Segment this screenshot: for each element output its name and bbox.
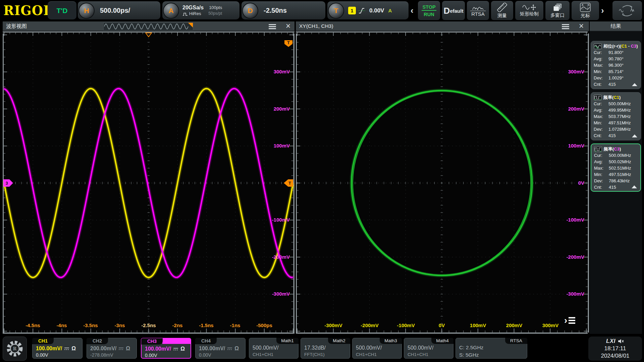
xy-x-tick: 0V [427, 322, 457, 328]
stat-label: Cur: [594, 101, 608, 108]
x-tick: -2ns [162, 322, 193, 328]
stop-run-button[interactable]: STOP RUN [418, 1, 440, 20]
stat-label: Max: [594, 114, 608, 120]
ch1-scale: 100.00mV/ [36, 346, 62, 352]
channel-3-tab[interactable]: CH3 [141, 338, 163, 345]
measure-button[interactable]: 测量 [491, 1, 513, 20]
mode-cycle-icon [618, 3, 637, 18]
card-suffix: ) [620, 146, 621, 152]
math4-card[interactable]: Math4 500.00mV/ CH1+CH1 [404, 338, 453, 359]
multi-window-button[interactable]: 多窗口 [545, 1, 570, 20]
xy-y-tick: 100mV [568, 143, 584, 148]
cursor-button[interactable]: A B 光标 [572, 1, 599, 20]
channel-1-card[interactable]: CH1 100.00mV/ Ω 0.00V [32, 338, 83, 359]
rect-draw-button[interactable]: 矩形绘制 [515, 1, 543, 20]
math1-card[interactable]: Math1 500.00mV/ CH1+CH1 [249, 338, 299, 359]
channel-2-card[interactable]: CH2 200.00mV/ Ω -278.08mV [87, 338, 137, 359]
horizontal-knob[interactable]: H [78, 3, 95, 19]
stat-value: 500.00MHz [608, 101, 631, 108]
card-expand-icon[interactable] [632, 134, 637, 137]
x-tick: -1ns [220, 322, 250, 328]
xy-menu-icon[interactable] [562, 24, 569, 29]
collapse-toolbar-left-icon[interactable]: ‹ [411, 5, 414, 16]
measurement-card-phase[interactable]: 相位(r-r)(C1 - C3) Cur:91.800° Avg:90.780°… [591, 41, 641, 89]
xy-view-header[interactable]: XY(CH1, CH3) × [296, 21, 589, 32]
math2-card[interactable]: Math2 17.32dB/ FFT(CH1) [301, 338, 350, 359]
card-src1: C1 [621, 44, 627, 49]
mode-switch-button[interactable] [612, 1, 642, 20]
rtsa-card[interactable]: RTSA C: 2.5GHz S: 5GHz [455, 338, 527, 359]
channel-4-card[interactable]: CH4 100.00mV/ Ω 0.00V [195, 338, 246, 359]
rtsa-tab[interactable]: RTSA [505, 338, 527, 344]
stat-label: Dev: [594, 75, 608, 82]
system-date: 2024/08/01 [601, 352, 629, 360]
rtsa-label: RTSA [470, 11, 486, 17]
delay-tile[interactable]: D -2.50ns [241, 1, 325, 19]
x-tick: -3ns [105, 322, 135, 328]
rtsa-button[interactable]: RTSA [467, 1, 489, 20]
xy-x-tick: -100mV [391, 322, 421, 328]
dc-coupling-icon [173, 347, 178, 351]
utility-menu-button[interactable]: R [3, 337, 27, 361]
y-tick: 200mV [274, 106, 290, 112]
system-status-tile[interactable]: LXI 18:17:11 2024/08/01 [588, 337, 642, 361]
results-collapse-icon[interactable]: › [564, 316, 575, 324]
measurement-card-freq-c3[interactable]: 频率(C3) Cur:500.00MHz Avg:500.02MHz Max:5… [591, 143, 641, 192]
phase-measure-icon [594, 43, 602, 49]
top-bar: RIGOL T'D H 500.00ps/ A 20GSa/s HiRes 10… [0, 0, 644, 21]
waveform-close-icon[interactable]: × [284, 21, 292, 31]
stat-value: 91.800° [608, 50, 624, 56]
xy-x-tick: 300mV [535, 322, 566, 328]
card-expand-icon[interactable] [632, 83, 637, 86]
svg-text:T: T [287, 40, 290, 45]
ruler-icon [497, 3, 507, 12]
default-setup-button[interactable]: D efault [442, 1, 465, 20]
math2-expr: FFT(CH1) [304, 352, 325, 357]
math4-tab[interactable]: Math4 [431, 338, 453, 344]
stat-value: 415 [609, 185, 616, 191]
channel-4-tab[interactable]: CH4 [195, 338, 217, 344]
results-header: 结果 [590, 21, 642, 32]
math2-tab[interactable]: Math2 [328, 338, 350, 344]
trigger-source-badge[interactable]: 1 [348, 7, 356, 14]
acquisition-tile[interactable]: A 20GSa/s HiRes 100pts 50ps/pt [162, 1, 239, 19]
measurement-card-freq-c1[interactable]: 频率(C1) Cur:500.00MHz Avg:499.95MHz Max:5… [591, 92, 641, 140]
run-label: RUN [424, 12, 434, 17]
measure-label: 测量 [497, 13, 507, 19]
impedance-icon: Ω [180, 346, 185, 352]
stat-label: Avg: [594, 56, 608, 63]
math1-tab[interactable]: Math1 [276, 338, 299, 344]
waveform-grid-area[interactable]: TT3 -4.5ns -4ns -3.5ns -3ns -2.5ns -2ns … [3, 32, 294, 334]
waveform-menu-icon[interactable] [269, 24, 276, 29]
x-tick: -3.5ns [75, 322, 106, 328]
stat-value: 96.300° [608, 63, 624, 69]
stat-label: Min: [594, 172, 609, 178]
xy-y-tick: 200mV [568, 106, 584, 112]
multi-window-label: 多窗口 [550, 12, 565, 18]
bottom-bar: R CH1 100.00mV/ Ω 0.00V CH2 200.00mV/ Ω … [0, 335, 644, 362]
channel-1-tab[interactable]: CH1 [32, 338, 54, 344]
xy-close-icon[interactable]: × [577, 21, 586, 31]
math3-tab[interactable]: Math3 [380, 338, 402, 344]
timebase-preview-strip[interactable] [103, 22, 193, 31]
speaker-muted-icon[interactable] [618, 339, 624, 344]
xy-grid-area[interactable]: -300mV -200mV -100mV 0V 100mV 200mV 300m… [296, 32, 589, 334]
channel-3-card[interactable]: CH3 100.00mV/ Ω 0.00V [141, 338, 191, 359]
acquire-knob[interactable]: A [163, 3, 179, 19]
trigger-knob[interactable]: T [328, 3, 344, 19]
ch2-offset: -278.08mV [90, 352, 113, 358]
math3-scale: 500.00mV/ [356, 345, 382, 351]
math3-card[interactable]: Math3 500.00mV/ CH1+CH1 [352, 338, 402, 359]
trigger-tile[interactable]: T 1 0.00V A [327, 1, 409, 19]
card-expand-icon[interactable] [632, 185, 637, 188]
card-title: 频率( [603, 95, 613, 100]
x-tick-trigger: -2.5ns [133, 322, 164, 328]
delay-knob[interactable]: D [242, 3, 258, 19]
expand-toolbar-right-icon[interactable]: › [601, 5, 604, 16]
channel-2-tab[interactable]: CH2 [87, 338, 108, 344]
card-suffix: ) [619, 95, 621, 100]
waveform-view-header[interactable]: 波形视图 × [3, 21, 294, 32]
rtsa-center-freq: C: 2.5GHz [459, 345, 483, 351]
xy-y-tick: 300mV [568, 69, 584, 74]
horizontal-scale-tile[interactable]: H 500.00ps/ [78, 1, 160, 19]
